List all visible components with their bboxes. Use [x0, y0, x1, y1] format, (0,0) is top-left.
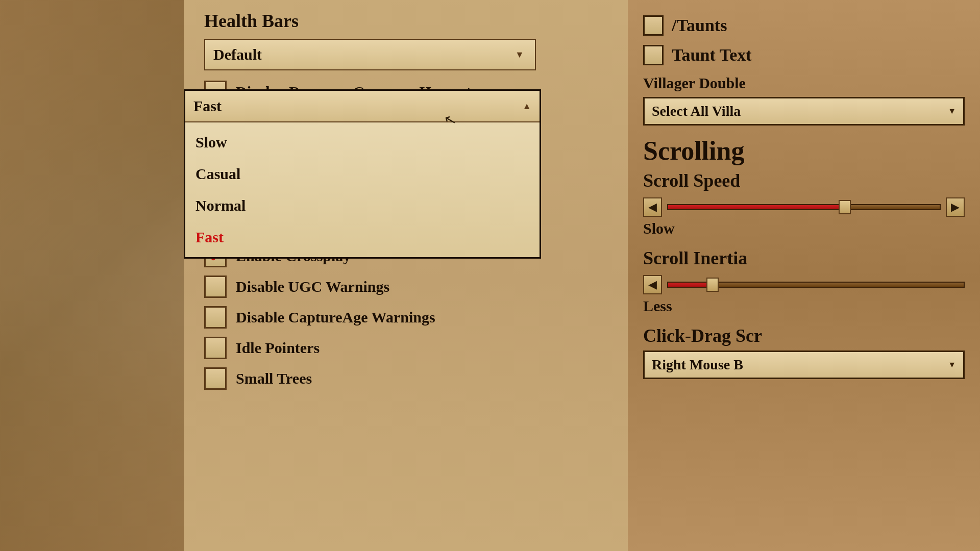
game-speed-dropdown-up-arrow-icon [522, 101, 531, 112]
scroll-inertia-slider-thumb[interactable] [706, 278, 719, 292]
health-bars-dropdown-arrow-icon [512, 47, 527, 62]
scroll-inertia-decrease-button[interactable]: ◀ [643, 275, 662, 294]
small-trees-label: Small Trees [236, 370, 312, 387]
disable-ugc-row: Disable UGC Warnings [204, 276, 551, 298]
health-bars-dropdown[interactable]: Default [204, 39, 536, 70]
villager-double-label: Villager Double [643, 74, 746, 91]
taunts-checkbox[interactable] [643, 15, 664, 36]
game-speed-option-casual[interactable]: Casual [185, 158, 540, 190]
game-speed-selected-value: Fast [193, 97, 222, 115]
health-bars-value: Default [213, 46, 262, 63]
game-speed-option-fast[interactable]: Fast [185, 221, 540, 253]
click-drag-scroll-arrow-icon: ▼ [948, 360, 956, 369]
disable-captureage-label: Disable CaptureAge Warnings [236, 309, 435, 326]
scroll-inertia-slider-track[interactable] [667, 282, 965, 288]
taunt-text-checkbox[interactable] [643, 45, 664, 65]
scroll-inertia-slider-fill [668, 283, 713, 287]
scroll-inertia-label: Scroll Inertia [643, 247, 965, 269]
villager-double-row: Villager Double [643, 74, 965, 92]
select-all-villa-arrow-icon: ▼ [948, 107, 956, 116]
select-all-villa-value: Select All Villa [652, 103, 741, 119]
scroll-speed-slider-fill [668, 205, 845, 209]
scroll-speed-increase-button[interactable]: ▶ [946, 197, 965, 217]
left-decorative-panel [0, 0, 184, 551]
disable-captureage-checkbox[interactable] [204, 306, 227, 329]
right-settings-panel: /Taunts Taunt Text Villager Double Selec… [628, 0, 980, 551]
idle-pointers-row: Idle Pointers [204, 337, 551, 359]
scroll-speed-slider-thumb[interactable] [839, 200, 851, 214]
taunt-text-row: Taunt Text [643, 45, 965, 65]
game-speed-option-normal[interactable]: Normal [185, 190, 540, 221]
scroll-inertia-slider-container: ◀ [643, 275, 965, 294]
game-speed-option-slow[interactable]: Slow [185, 127, 540, 158]
idle-pointers-checkbox[interactable] [204, 337, 227, 359]
small-trees-checkbox[interactable] [204, 367, 227, 390]
idle-pointers-label: Idle Pointers [236, 339, 320, 357]
scroll-speed-slider-track[interactable] [667, 204, 941, 210]
scrolling-title: Scrolling [643, 136, 965, 166]
scroll-speed-label: Scroll Speed [643, 170, 965, 191]
game-speed-dropdown-list: Slow Casual Normal Fast [185, 122, 540, 257]
taunts-label: /Taunts [672, 16, 727, 35]
disable-ugc-label: Disable UGC Warnings [236, 278, 389, 295]
select-all-villa-dropdown[interactable]: Select All Villa ▼ [643, 97, 965, 126]
scroll-speed-slider-container: ◀ ▶ [643, 197, 965, 217]
taunts-row: /Taunts [643, 15, 965, 36]
click-drag-scroll-label: Click-Drag Scr [643, 325, 965, 346]
scroll-speed-value-label: Slow [643, 220, 965, 237]
scroll-speed-decrease-button[interactable]: ◀ [643, 197, 662, 217]
small-trees-row: Small Trees [204, 367, 551, 390]
click-drag-scroll-value: Right Mouse B [652, 357, 743, 373]
scroll-inertia-value-label: Less [643, 297, 965, 315]
game-speed-dropdown-open[interactable]: Fast Slow Casual Normal Fast [184, 89, 541, 259]
health-bars-dropdown-selected[interactable]: Default [204, 39, 536, 70]
health-bars-title: Health Bars [204, 10, 551, 32]
taunt-text-label: Taunt Text [672, 45, 752, 65]
click-drag-scroll-dropdown[interactable]: Right Mouse B ▼ [643, 350, 965, 379]
game-speed-dropdown-header[interactable]: Fast [185, 91, 540, 122]
disable-ugc-checkbox[interactable] [204, 276, 227, 298]
disable-captureage-row: Disable CaptureAge Warnings [204, 306, 551, 329]
